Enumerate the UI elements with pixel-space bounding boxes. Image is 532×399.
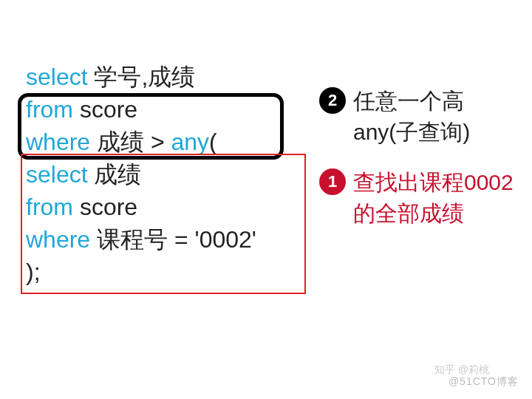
badge-2-icon: 2 bbox=[319, 87, 346, 114]
annotation-2-line2: any(子查询) bbox=[353, 120, 470, 144]
keyword-where-2: where bbox=[26, 226, 90, 253]
keyword-any: any bbox=[171, 129, 210, 155]
paren-close: ); bbox=[26, 259, 41, 285]
text-pred: 成绩 > bbox=[90, 129, 171, 155]
annotation-1: 1 查找出课程0002 的全部成绩 bbox=[319, 167, 514, 229]
sql-code-block: select 学号,成绩 from score where 成绩 > any( … bbox=[26, 61, 256, 288]
slide-container: select 学号,成绩 from score where 成绩 > any( … bbox=[0, 0, 532, 399]
annotation-1-line2: 的全部成绩 bbox=[353, 201, 464, 225]
text-cols: 学号,成绩 bbox=[88, 64, 196, 90]
annotation-2: 2 任意一个高 any(子查询) bbox=[319, 86, 514, 148]
annotation-1-text: 查找出课程0002 的全部成绩 bbox=[353, 167, 514, 229]
keyword-from-1: from bbox=[26, 96, 73, 123]
badge-1-icon: 1 bbox=[319, 168, 346, 195]
text-col-2: 成绩 bbox=[88, 161, 142, 188]
code-line-2: from score bbox=[26, 93, 256, 126]
code-line-4: select 成绩 bbox=[26, 158, 256, 191]
watermark-51cto: @51CTO博客 bbox=[449, 375, 519, 389]
text-table-2: score bbox=[73, 194, 137, 220]
keyword-from-2: from bbox=[26, 194, 73, 220]
text-table-1: score bbox=[73, 96, 137, 123]
code-line-6: where 课程号 = '0002' bbox=[26, 223, 256, 256]
annotation-panel: 2 任意一个高 any(子查询) 1 查找出课程0002 的全部成绩 bbox=[319, 86, 514, 235]
annotation-2-text: 任意一个高 any(子查询) bbox=[353, 86, 470, 148]
code-line-1: select 学号,成绩 bbox=[26, 61, 256, 93]
keyword-select-1: select bbox=[26, 64, 88, 90]
text-cond: 课程号 = '0002' bbox=[90, 226, 256, 253]
keyword-where-1: where bbox=[26, 129, 90, 155]
annotation-1-line1: 查找出课程0002 bbox=[353, 170, 514, 194]
keyword-select-2: select bbox=[26, 161, 88, 188]
paren-open: ( bbox=[209, 129, 217, 155]
annotation-2-line1: 任意一个高 bbox=[353, 89, 464, 113]
code-line-5: from score bbox=[26, 191, 256, 223]
code-line-3: where 成绩 > any( bbox=[26, 126, 256, 158]
code-line-7: ); bbox=[26, 256, 256, 288]
